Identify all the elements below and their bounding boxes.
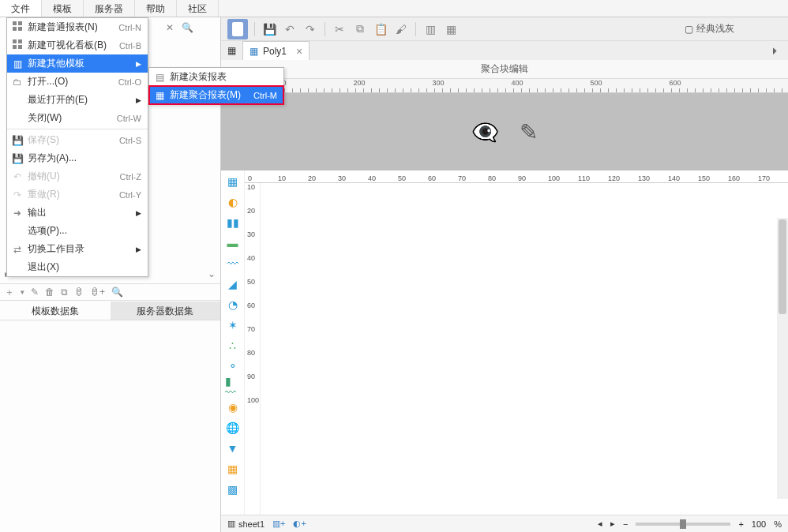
- gauge-chart-icon[interactable]: ◔: [225, 297, 241, 313]
- pencil-icon[interactable]: ✎: [520, 119, 538, 145]
- fm-shortcut: Ctrl-N: [118, 23, 141, 32]
- nav-prev-icon[interactable]: ◂: [598, 519, 602, 529]
- ruler-tick: 50: [245, 278, 260, 302]
- add-chart-sheet-icon[interactable]: ◐+: [293, 519, 306, 529]
- fm-options[interactable]: 选项(P)...: [7, 222, 148, 240]
- ruler-tick: 90: [245, 373, 260, 396]
- paste-icon[interactable]: 📋: [373, 21, 388, 37]
- sheet-name: sheet1: [238, 519, 265, 529]
- add-icon[interactable]: ＋: [5, 286, 14, 299]
- save-icon: 💾: [10, 153, 24, 164]
- top-page-ruler: 0 100 200 300 400 500 600: [221, 79, 788, 93]
- tab-close-icon[interactable]: ×: [291, 45, 302, 58]
- bubble-chart-icon[interactable]: ⚬: [225, 358, 241, 374]
- fm-undo: ↶ 撤销(U) Ctrl-Z: [7, 167, 148, 185]
- line-chart-icon[interactable]: 〰: [225, 256, 241, 272]
- vertical-scrollbar[interactable]: [777, 218, 788, 499]
- chevron-down-icon[interactable]: ⌄: [208, 268, 216, 279]
- donut-chart-icon[interactable]: ◉: [225, 399, 241, 415]
- treemap-chart-icon[interactable]: ▦: [225, 461, 241, 477]
- menu-community[interactable]: 社区: [177, 0, 219, 17]
- fm-label: 另存为(A)...: [24, 152, 141, 165]
- save-icon[interactable]: 💾: [261, 21, 277, 37]
- menu-template[interactable]: 模板: [42, 0, 84, 17]
- ruler-tick: 110: [578, 174, 608, 182]
- fm-new-other-template[interactable]: ▥ 新建其他模板 ▶: [7, 54, 148, 73]
- sm-new-decision[interactable]: ▤ 新建决策报表: [149, 68, 283, 86]
- copy-icon[interactable]: ⧉: [61, 287, 68, 298]
- menu-file[interactable]: 文件: [0, 0, 42, 17]
- add-sheet-icon[interactable]: ▥+: [272, 519, 285, 529]
- sm-shortcut: Ctrl-M: [253, 91, 277, 100]
- combo-chart-icon[interactable]: ▮〰: [225, 379, 241, 395]
- tab-poly1[interactable]: ▦ Poly1 ×: [242, 41, 310, 60]
- column-chart-icon[interactable]: ▬: [225, 235, 241, 251]
- ruler-tick: 20: [245, 207, 260, 230]
- scrollbar-thumb[interactable]: [779, 219, 786, 314]
- zoom-slider[interactable]: [636, 523, 730, 526]
- fm-shortcut: Ctrl-S: [119, 136, 141, 145]
- app-logo-icon: [227, 19, 248, 39]
- bar-chart-icon[interactable]: ▮▮: [225, 215, 241, 230]
- sm-new-aggregate[interactable]: ▦ 新建聚合报表(M) Ctrl-M: [149, 86, 283, 104]
- tab-overflow-icon[interactable]: ⏵: [763, 45, 788, 56]
- fm-exit[interactable]: 退出(X): [7, 258, 148, 276]
- redo-icon: ↷: [10, 189, 24, 200]
- sheet-tab[interactable]: ▥ sheet1: [227, 519, 265, 529]
- ruler-tick: 40: [245, 254, 260, 278]
- menu-server[interactable]: 服务器: [84, 0, 135, 17]
- fm-save-as[interactable]: 💾 另存为(A)...: [7, 149, 148, 167]
- menu-help[interactable]: 帮助: [135, 0, 177, 17]
- fm-label: 打开...(O): [24, 75, 118, 88]
- pie-chart-icon[interactable]: ◐: [225, 194, 241, 210]
- fm-export[interactable]: ➜ 输出 ▶: [7, 204, 148, 222]
- tab-icon-left[interactable]: ▦: [221, 41, 242, 60]
- ruler-tick: 130: [638, 174, 668, 182]
- ruler-tick: 170: [758, 174, 788, 182]
- canvas-main[interactable]: 0 10 20 30 40 50 60 70 80 90 100 110 120…: [245, 170, 788, 515]
- ruler-tick: 90: [518, 174, 548, 182]
- fm-new-report[interactable]: 新建普通报表(N) Ctrl-N: [7, 18, 148, 36]
- zoom-out-icon[interactable]: −: [623, 519, 628, 529]
- brush-icon[interactable]: 🖌: [393, 21, 409, 37]
- fm-switch-dir[interactable]: ⇄ 切换工作目录 ▶: [7, 240, 148, 258]
- globe-chart-icon[interactable]: 🌐: [225, 420, 241, 436]
- redo-icon[interactable]: ↷: [302, 21, 318, 37]
- grid-icon: [10, 21, 24, 33]
- close-icon[interactable]: ✕: [166, 22, 174, 33]
- main-toolbar: 💾 ↶ ↷ ✂ ⧉ 📋 🖌 ▥ ▦ ▢ 经典浅灰: [221, 17, 788, 41]
- area-chart-icon[interactable]: ◢: [225, 276, 241, 292]
- db-icon[interactable]: 🛢: [74, 287, 84, 298]
- chevron-down-icon[interactable]: ▾: [21, 288, 24, 296]
- table-chart-icon[interactable]: ▦: [225, 174, 241, 189]
- funnel-chart-icon[interactable]: ▼: [225, 440, 241, 456]
- nav-next-icon[interactable]: ▸: [610, 519, 615, 529]
- edit-icon[interactable]: ✎: [31, 287, 39, 298]
- table-icon[interactable]: ▦: [443, 21, 459, 37]
- db-add-icon[interactable]: 🛢+: [90, 287, 105, 298]
- search-icon[interactable]: 🔍: [182, 22, 193, 33]
- scatter-chart-icon[interactable]: ∴: [225, 338, 241, 354]
- zoom-in-icon[interactable]: +: [738, 519, 743, 529]
- copy-icon[interactable]: ⧉: [352, 21, 368, 37]
- eye-off-icon[interactable]: 👁‍🗨: [471, 119, 499, 145]
- ruler-tick: 100: [245, 396, 260, 420]
- theme-selector[interactable]: ▢ 经典浅灰: [685, 22, 782, 36]
- fm-open[interactable]: 🗀 打开...(O) Ctrl-O: [7, 73, 148, 91]
- fm-label: 新建其他模板: [24, 57, 133, 70]
- fm-new-dashboard[interactable]: 新建可视化看板(B) Ctrl-B: [7, 36, 148, 54]
- tab-template-ds[interactable]: 模板数据集: [0, 302, 111, 320]
- fm-close[interactable]: 关闭(W) Ctrl-W: [7, 109, 148, 127]
- fm-recent[interactable]: 最近打开的(E) ▶: [7, 91, 148, 109]
- radar-chart-icon[interactable]: ✶: [225, 317, 241, 333]
- undo-icon[interactable]: ↶: [282, 21, 298, 37]
- tab-server-ds[interactable]: 服务器数据集: [111, 302, 221, 320]
- delete-icon[interactable]: 🗑: [45, 287, 54, 298]
- search-icon[interactable]: 🔍: [111, 287, 123, 298]
- chart-icon[interactable]: ▥: [422, 21, 438, 37]
- heatmap-chart-icon[interactable]: ▩: [225, 481, 241, 497]
- cut-icon[interactable]: ✂: [332, 21, 347, 37]
- empty-preview-zone: 👁‍🗨 ✎: [221, 93, 788, 170]
- zoom-value: 100: [752, 519, 766, 529]
- zoom-thumb[interactable]: [680, 519, 686, 529]
